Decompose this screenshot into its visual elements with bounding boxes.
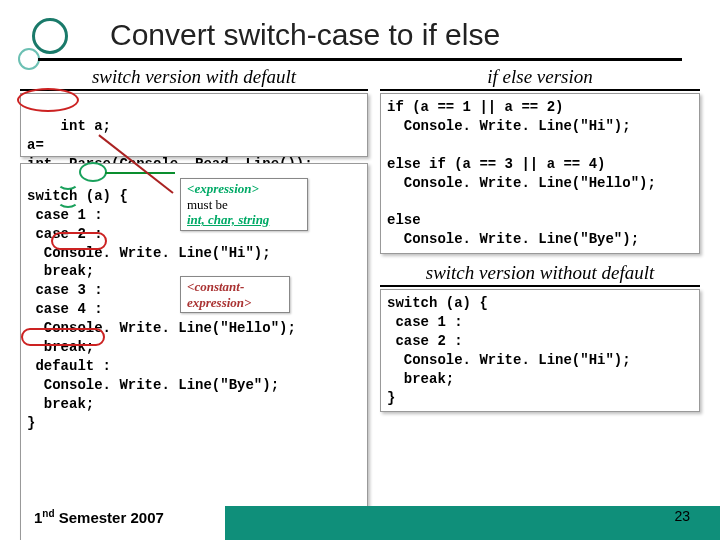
title-underline: [38, 58, 682, 61]
footer-text: 7: [155, 509, 163, 526]
right-heading-2: switch version without default: [380, 262, 700, 287]
page-number: 23: [674, 508, 690, 524]
ring-default: [21, 328, 105, 346]
annot-line: must be: [187, 197, 301, 213]
footer-sup: nd: [42, 508, 54, 519]
ring-break: [51, 232, 107, 250]
footer-left: 1nd Semester 2007: [34, 508, 164, 526]
ring-case2: [57, 192, 79, 208]
footer-text: Semester 200: [55, 509, 156, 526]
annot-line: int, char, string: [187, 212, 301, 228]
code-text: switch (a) { case 1 : case 2 : Console. …: [387, 295, 631, 405]
right-column: if else version if (a == 1 || a == 2) Co…: [380, 66, 700, 418]
right-heading-1: if else version: [380, 66, 700, 91]
annot-line: <expression>: [187, 181, 301, 197]
annotation-expression: <expression> must be int, char, string: [180, 178, 308, 231]
annotation-constant: <constant- expression>: [180, 276, 290, 313]
footer-bar: [225, 506, 720, 540]
annot-line: expression>: [187, 295, 283, 311]
code-line: int a;: [61, 118, 111, 134]
arrow-expr: [105, 172, 175, 174]
ring-int-a: [17, 88, 79, 112]
left-heading: switch version with default: [20, 66, 368, 91]
annot-line: <constant-: [187, 279, 283, 295]
ring-case1: [57, 174, 79, 190]
left-code-box-1: int a; a= int. Parse(Console. Read. Line…: [20, 93, 368, 157]
slide-title: Convert switch-case to if else: [110, 18, 500, 52]
ring-expr-a: [79, 162, 107, 182]
code-text: if (a == 1 || a == 2) Console. Write. Li…: [387, 99, 656, 247]
decor-circle-large: [32, 18, 68, 54]
right-code-box-1: if (a == 1 || a == 2) Console. Write. Li…: [380, 93, 700, 254]
right-code-box-2: switch (a) { case 1 : case 2 : Console. …: [380, 289, 700, 412]
code-line: a=: [27, 137, 44, 153]
